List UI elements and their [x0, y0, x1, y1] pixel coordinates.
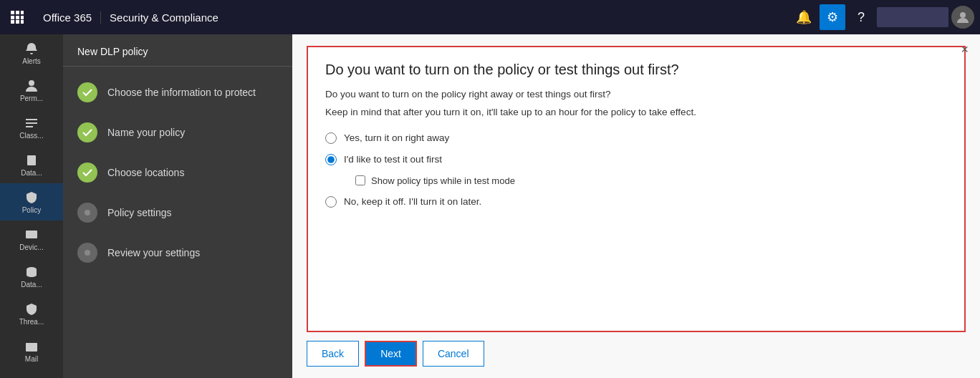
step-label-3: Choose locations: [107, 167, 184, 178]
step-indicator-3: [77, 163, 97, 183]
sidebar-item-policy[interactable]: Policy: [0, 183, 63, 220]
svg-rect-4: [16, 16, 19, 19]
wizard-step-5[interactable]: Review your settings: [63, 233, 292, 273]
svg-rect-12: [26, 122, 37, 124]
svg-point-10: [29, 80, 34, 86]
sidebar-label-alerts: Alerts: [22, 57, 41, 65]
svg-point-9: [960, 12, 966, 18]
step-indicator-5: [77, 243, 97, 263]
radio-label-2: I'd like to test it out first: [344, 154, 442, 165]
gear-icon[interactable]: ⚙: [820, 4, 845, 30]
svg-point-19: [85, 250, 90, 256]
step-label-4: Policy settings: [107, 207, 171, 218]
waffle-icon[interactable]: [6, 6, 29, 29]
checkbox-indent: Show policy tips while in test mode: [355, 175, 947, 186]
dialog-actions: Back Next Cancel: [307, 341, 966, 367]
topbar-icons: 🔔 ⚙ ?: [791, 4, 974, 30]
dialog-area: × Do you want to turn on the policy or t…: [292, 34, 980, 378]
sidebar-label-perm: Perm...: [20, 94, 43, 102]
sidebar-label-class: Class...: [19, 132, 43, 140]
svg-rect-2: [21, 11, 24, 14]
sidebar-label-policy: Policy: [22, 206, 42, 214]
app-name: Office 365: [34, 11, 101, 24]
dialog-note: Keep in mind that after you turn it on, …: [325, 106, 947, 120]
cancel-button[interactable]: Cancel: [423, 341, 484, 367]
wizard-step-2[interactable]: Name your policy: [63, 112, 292, 152]
svg-rect-14: [27, 155, 36, 165]
radio-input-2[interactable]: [325, 154, 337, 165]
svg-point-18: [85, 210, 90, 215]
svg-rect-13: [26, 126, 33, 127]
step-label-1: Choose the information to protect: [107, 87, 256, 98]
show-tips-label: Show policy tips while in test mode: [371, 175, 515, 186]
main-area: Alerts Perm... Class... Data... Policy D…: [0, 34, 980, 378]
next-button[interactable]: Next: [365, 341, 417, 367]
step-label-5: Review your settings: [107, 247, 200, 258]
topbar: Office 365 Security & Compliance 🔔 ⚙ ?: [0, 0, 980, 34]
sidebar-label-data1: Data...: [21, 169, 42, 177]
sidebar-label-data2: Data...: [21, 281, 42, 289]
radio-option-3[interactable]: No, keep it off. I'll turn it on later.: [325, 196, 947, 208]
sidebar-item-mail[interactable]: Mail: [0, 332, 63, 369]
step-indicator-2: [77, 122, 97, 142]
wizard-steps: Choose the information to protect Name y…: [63, 67, 292, 278]
sidebar: Alerts Perm... Class... Data... Policy D…: [0, 34, 63, 378]
radio-label-1: Yes, turn it on right away: [344, 132, 449, 143]
wizard-step-3[interactable]: Choose locations: [63, 152, 292, 193]
step-label-2: Name your policy: [107, 127, 185, 138]
sidebar-item-threat[interactable]: Threa...: [0, 295, 63, 332]
section-name: Security & Compliance: [110, 11, 785, 24]
svg-rect-5: [21, 16, 24, 19]
step-indicator-1: [77, 82, 97, 102]
wizard-title: New DLP policy: [63, 34, 292, 67]
dialog-heading: Do you want to turn on the policy or tes…: [325, 62, 947, 78]
step-indicator-4: [77, 203, 97, 223]
bell-icon[interactable]: 🔔: [791, 4, 817, 30]
svg-rect-11: [26, 119, 37, 120]
radio-option-2[interactable]: I'd like to test it out first: [325, 154, 947, 165]
sidebar-label-threat: Threa...: [19, 318, 44, 326]
back-button[interactable]: Back: [307, 341, 359, 367]
sidebar-item-class[interactable]: Class...: [0, 109, 63, 146]
dialog-box: Do you want to turn on the policy or tes…: [307, 46, 966, 332]
radio-option-1[interactable]: Yes, turn it on right away: [325, 132, 947, 144]
sidebar-label-mail: Mail: [25, 355, 38, 363]
svg-rect-0: [11, 11, 14, 14]
svg-rect-6: [11, 20, 14, 24]
close-button[interactable]: ×: [961, 43, 969, 56]
wizard-panel: New DLP policy Choose the information to…: [63, 34, 292, 378]
sidebar-item-alerts[interactable]: Alerts: [0, 34, 63, 72]
dialog-description: Do you want to turn on the policy right …: [325, 88, 947, 102]
sidebar-label-device: Devic...: [19, 243, 43, 251]
radio-input-1[interactable]: [325, 132, 337, 144]
sidebar-item-data1[interactable]: Data...: [0, 146, 63, 183]
svg-rect-1: [16, 11, 19, 14]
sidebar-item-perm[interactable]: Perm...: [0, 72, 63, 109]
show-tips-checkbox[interactable]: [355, 175, 365, 185]
wizard-step-1[interactable]: Choose the information to protect: [63, 72, 292, 112]
radio-label-3: No, keep it off. I'll turn it on later.: [344, 196, 481, 207]
search-box: [877, 7, 948, 27]
help-icon[interactable]: ?: [848, 4, 874, 30]
sidebar-item-data2[interactable]: Data...: [0, 258, 63, 295]
radio-input-3[interactable]: [325, 196, 337, 208]
svg-rect-15: [26, 231, 37, 238]
svg-rect-7: [16, 20, 19, 24]
wizard-step-4[interactable]: Policy settings: [63, 193, 292, 233]
radio-group: Yes, turn it on right away I'd like to t…: [325, 132, 947, 208]
sidebar-item-device[interactable]: Devic...: [0, 220, 63, 258]
svg-rect-3: [11, 16, 14, 19]
svg-rect-8: [21, 20, 24, 24]
avatar[interactable]: [951, 6, 974, 29]
